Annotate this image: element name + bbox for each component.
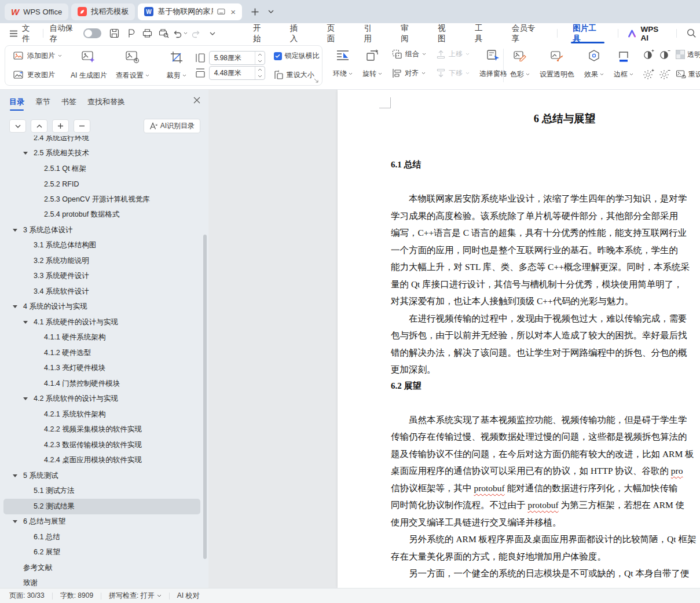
toc-zoom-in-button[interactable] <box>52 119 69 133</box>
spellcheck-status[interactable]: 拼写检查: 打开 <box>109 591 162 601</box>
wps-ai-button[interactable]: WPS AI <box>624 25 670 42</box>
toc-item[interactable]: 4.2.2 视频采集模块的软件实现 <box>3 422 200 438</box>
ai-proofread-button[interactable]: AI 校对 <box>177 591 200 601</box>
toc-item[interactable]: 4.2 系统软件的设计与实现 <box>3 392 200 407</box>
tab-docer-templates[interactable]: 找稻壳模板 <box>71 3 135 20</box>
file-menu-button[interactable]: 文件 <box>9 23 36 44</box>
close-tab-icon[interactable]: × <box>230 7 236 17</box>
toc-collapse-arrow-icon[interactable] <box>13 305 23 308</box>
toc-item[interactable]: 5.1 测试方法 <box>3 484 200 499</box>
reset-size-button[interactable]: 重设大小 <box>274 70 320 80</box>
tab-contents[interactable]: 目录 <box>9 97 24 111</box>
align-button[interactable]: 对齐 <box>392 68 426 78</box>
tab-wps-office[interactable]: W WPS Office <box>5 3 68 20</box>
toc-item[interactable]: 3.1 系统总体结构图 <box>3 238 200 254</box>
ai-recognize-toc-button[interactable]: AI识别目录 <box>144 119 200 133</box>
print-button[interactable] <box>140 27 155 41</box>
border-button[interactable]: 边框 <box>614 48 633 81</box>
toc-item[interactable]: 2.5.4 protobuf 数据格式 <box>3 207 200 223</box>
toc-item[interactable]: 2.4 系统运行环境 <box>3 136 200 146</box>
toc-item[interactable]: 4.2.3 数据传输模块的软件实现 <box>3 437 200 453</box>
color-button[interactable]: 色彩 <box>510 48 530 81</box>
panel-expander-icon[interactable] <box>314 78 319 83</box>
tab-document[interactable]: W 基于物联网的家居安防监控系 × <box>138 3 242 20</box>
undo-button[interactable] <box>173 29 188 38</box>
width-input[interactable]: 5.98厘米 <box>209 51 265 65</box>
toc-collapse-arrow-icon[interactable] <box>13 474 23 477</box>
close-sidebar-icon[interactable] <box>193 97 200 104</box>
width-stepper[interactable] <box>255 52 265 64</box>
menu-item-5[interactable]: 视图 <box>426 23 463 44</box>
toc-item[interactable]: 2.5.1 Qt 框架 <box>3 161 200 177</box>
change-picture-button[interactable]: 更改图片 <box>13 70 62 80</box>
toc-item[interactable]: 致谢 <box>3 576 200 589</box>
tab-find-replace[interactable]: 查找和替换 <box>87 97 125 111</box>
menu-item-1[interactable]: 插入 <box>278 23 316 44</box>
export-pdf-button[interactable] <box>124 27 138 41</box>
tab-bookmarks[interactable]: 书签 <box>61 97 76 111</box>
toc-item[interactable]: 3.2 系统功能说明 <box>3 253 200 269</box>
toc-item[interactable]: 4.1.1 硬件系统架构 <box>3 330 200 346</box>
crop-button[interactable]: 裁剪 <box>167 49 186 82</box>
menu-item-0[interactable]: 开始 <box>241 23 278 44</box>
toc-collapse-all-button[interactable] <box>31 119 47 133</box>
toc-collapse-arrow-icon[interactable] <box>13 520 23 523</box>
word-count[interactable]: 字数: 8909 <box>60 591 93 601</box>
set-transparent-color-button[interactable]: 设置透明色 <box>540 48 574 81</box>
contrast-down-icon[interactable] <box>659 49 670 60</box>
toc-item[interactable]: 2.5.2 RFID <box>3 177 200 192</box>
height-stepper[interactable] <box>255 67 265 79</box>
save-button[interactable] <box>107 27 122 41</box>
toc-expand-all-button[interactable] <box>9 119 26 133</box>
toc-item[interactable]: 3.3 系统硬件设计 <box>3 269 200 284</box>
toc-item[interactable]: 参考文献 <box>3 560 200 576</box>
float-window-icon[interactable] <box>217 8 225 15</box>
toc-collapse-arrow-icon[interactable] <box>23 321 34 324</box>
brightness-up-icon[interactable] <box>643 69 654 79</box>
view-settings-button[interactable]: 查看设置 <box>116 49 149 82</box>
reset-style-button[interactable]: 重设样式 <box>676 70 700 79</box>
transparency-button[interactable]: 透明度 <box>676 50 700 60</box>
toc-item[interactable]: 4.1.2 硬件选型 <box>3 345 200 361</box>
toc-collapse-arrow-icon[interactable] <box>23 152 34 155</box>
toc-item[interactable]: 5 系统测试 <box>3 468 200 484</box>
toc-item[interactable]: 3 系统总体设计 <box>3 222 200 238</box>
print-preview-button[interactable] <box>157 27 171 41</box>
page-indicator[interactable]: 页面: 30/33 <box>9 591 45 601</box>
menu-item-6[interactable]: 工具 <box>463 23 500 44</box>
redo-button[interactable] <box>189 27 203 41</box>
toc-item[interactable]: 4.1 系统硬件的设计与实现 <box>3 315 200 330</box>
add-picture-button[interactable]: 添加图片 <box>13 51 62 61</box>
menu-item-3[interactable]: 引用 <box>352 23 389 44</box>
autosave-toggle[interactable] <box>83 28 101 38</box>
tab-chapters[interactable]: 章节 <box>35 97 50 111</box>
tab-list-chevron-icon[interactable] <box>268 10 274 13</box>
toc-collapse-arrow-icon[interactable] <box>23 397 34 400</box>
toc-item[interactable]: 4.2.4 桌面应用模块的软件实现 <box>3 453 200 469</box>
toc-item[interactable]: 5.2 测试结果 <box>3 499 200 514</box>
toolbar-more-chevron-icon[interactable] <box>205 27 219 41</box>
menu-item-4[interactable]: 审阅 <box>389 23 426 44</box>
search-icon[interactable] <box>684 27 699 41</box>
toc-item[interactable]: 4.2.1 系统软件架构 <box>3 407 200 422</box>
toc-item[interactable]: 6.2 展望 <box>3 545 200 561</box>
toc-item[interactable]: 6.1 总结 <box>3 529 200 545</box>
toc-zoom-out-button[interactable] <box>74 119 90 133</box>
toc-item[interactable]: 6 总结与展望 <box>3 514 200 530</box>
effects-button[interactable]: 效果 <box>584 48 604 81</box>
toc-item[interactable]: 2.5.3 OpenCV 开源计算机视觉库 <box>3 192 200 207</box>
tab-picture-tools[interactable]: 图片工具 <box>564 23 611 43</box>
group-button[interactable]: 组合 <box>392 49 426 59</box>
document-page[interactable]: 6 总结与展望 6.1 总结本物联网家居安防系统毕业设计，浓缩了学生四年的学习知… <box>338 90 700 588</box>
toc-item[interactable]: 2.5 系统相关技术 <box>3 146 200 162</box>
menu-item-2[interactable]: 页面 <box>316 23 353 44</box>
toc-item[interactable]: 3.4 系统软件设计 <box>3 284 200 299</box>
menu-item-7[interactable]: 会员专享 <box>500 23 551 44</box>
height-input[interactable]: 4.48厘米 <box>209 66 265 80</box>
toc-item[interactable]: 4 系统的设计与实现 <box>3 299 200 315</box>
sidebar-scrollbar[interactable] <box>203 235 207 559</box>
contrast-up-icon[interactable] <box>643 49 654 60</box>
toc-item[interactable]: 4.1.3 亮灯硬件模块 <box>3 361 200 377</box>
new-tab-button[interactable] <box>251 8 259 16</box>
toc-item[interactable]: 4.1.4 门禁控制硬件模块 <box>3 376 200 392</box>
